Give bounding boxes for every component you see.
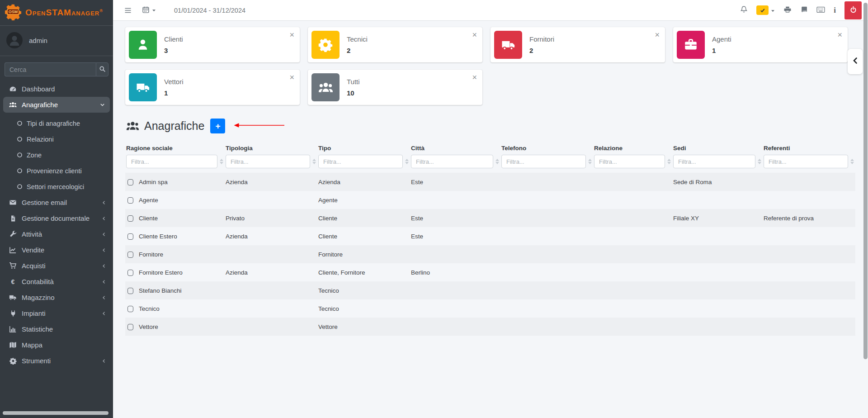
sidebar-item-provenienze-clienti[interactable]: Provenienze clienti xyxy=(0,163,113,179)
sidebar-item-attivita[interactable]: Attività xyxy=(0,226,113,242)
close-icon[interactable]: × xyxy=(472,31,477,39)
table-row[interactable]: Vettore Vettore xyxy=(125,318,855,336)
sidebar-item-statistiche[interactable]: Statistiche xyxy=(0,321,113,337)
cell-tipologia xyxy=(225,318,317,336)
filter-input-ragione-sociale[interactable] xyxy=(126,155,217,168)
table-row[interactable]: Stefano Bianchi Tecnico xyxy=(125,281,855,299)
stat-card-clienti[interactable]: Clienti3 × xyxy=(125,27,300,62)
row-checkbox[interactable] xyxy=(127,197,133,204)
sort-icon[interactable] xyxy=(405,159,409,164)
filter-input-tipo[interactable] xyxy=(318,155,403,168)
filter-input-sedi[interactable] xyxy=(673,155,755,168)
user-name[interactable]: admin xyxy=(29,37,47,44)
sidebar-item-dashboard[interactable]: Dashboard xyxy=(0,81,113,97)
sidebar-horizontal-scrollbar[interactable] xyxy=(3,411,108,415)
sidebar-item-contabilita[interactable]: € Contabilità xyxy=(0,274,113,290)
sidebar-item-relazioni[interactable]: Relazioni xyxy=(0,131,113,147)
power-icon xyxy=(849,6,857,15)
cell-ragione-sociale: Fornitore Estero xyxy=(138,263,225,281)
widgets-collapse-handle[interactable] xyxy=(848,49,863,74)
table-row[interactable]: Admin spa Azienda Azienda Este Sede di R… xyxy=(125,173,855,191)
sidebar-item-mappa[interactable]: Mappa xyxy=(0,337,113,353)
cell-relazione xyxy=(593,263,672,281)
sidebar-item-vendite[interactable]: Vendite xyxy=(0,242,113,258)
tachometer-icon xyxy=(9,85,17,93)
chart-line-icon xyxy=(9,246,17,254)
notifications-bell-button[interactable] xyxy=(740,5,748,15)
table-row[interactable]: Cliente Privato Cliente Este Filiale XY … xyxy=(125,209,855,227)
stat-card-fornitori[interactable]: Fornitori2 × xyxy=(491,27,665,62)
docs-book-button[interactable] xyxy=(800,6,808,15)
table-row[interactable]: Tecnico Tecnico xyxy=(125,299,855,318)
sort-icon[interactable] xyxy=(495,159,499,164)
sort-icon[interactable] xyxy=(667,159,671,164)
sidebar-item-settori-merceologici[interactable]: Settori merceologici xyxy=(0,179,113,195)
sidebar-item-magazzino[interactable]: Magazzino xyxy=(0,290,113,305)
sidebar-item-impianti[interactable]: Impianti xyxy=(0,305,113,321)
close-icon[interactable]: × xyxy=(289,31,294,39)
table-row[interactable]: Cliente Estero Azienda Cliente Este xyxy=(125,227,855,245)
page-vertical-scrollbar[interactable] xyxy=(863,3,868,359)
row-checkbox[interactable] xyxy=(127,270,133,276)
row-checkbox[interactable] xyxy=(127,179,133,185)
sidebar-item-tipi-di-anagrafiche[interactable]: Tipi di anagrafiche xyxy=(0,115,113,131)
cell-telefono xyxy=(500,263,593,281)
close-icon[interactable]: × xyxy=(472,73,477,81)
status-check-dropdown[interactable] xyxy=(756,5,775,15)
search-button[interactable] xyxy=(96,62,108,76)
table-row[interactable]: Fornitore Fornitore xyxy=(125,245,855,263)
row-checkbox[interactable] xyxy=(127,215,133,222)
row-checkbox[interactable] xyxy=(127,233,133,240)
sidebar-item-zone[interactable]: Zone xyxy=(0,147,113,163)
sort-icon[interactable] xyxy=(588,159,592,164)
stat-card-agenti[interactable]: Agenti1 × xyxy=(673,27,848,62)
row-checkbox[interactable] xyxy=(127,252,133,258)
sidebar-item-strumenti[interactable]: Strumenti xyxy=(0,353,113,369)
caret-down-icon xyxy=(152,7,156,14)
cell-citta: Berlino xyxy=(410,263,500,281)
stat-card-vettori[interactable]: Vettori1 × xyxy=(125,70,300,105)
close-icon[interactable]: × xyxy=(837,31,842,39)
cell-citta xyxy=(410,245,500,263)
filter-input-tipologia[interactable] xyxy=(226,155,310,168)
close-icon[interactable]: × xyxy=(289,73,294,81)
close-icon[interactable]: × xyxy=(655,31,660,39)
avatar[interactable] xyxy=(6,32,23,48)
cell-relazione xyxy=(593,227,672,245)
sidebar-item-acquisti[interactable]: Acquisti xyxy=(0,258,113,274)
sort-icon[interactable] xyxy=(850,159,854,164)
search-input[interactable] xyxy=(5,62,96,76)
filter-input-referenti[interactable] xyxy=(764,155,848,168)
filter-input-telefono[interactable] xyxy=(501,155,586,168)
logout-power-button[interactable] xyxy=(844,1,862,19)
table-row[interactable]: Agente Agente xyxy=(125,191,855,209)
stat-card-tecnici[interactable]: Tecnici2 × xyxy=(308,27,482,62)
filter-input-citta[interactable] xyxy=(411,155,493,168)
print-button[interactable] xyxy=(783,6,792,15)
sort-icon[interactable] xyxy=(220,159,223,164)
sort-icon[interactable] xyxy=(758,159,761,164)
keyboard-shortcuts-button[interactable] xyxy=(816,6,825,15)
sidebar-item-anagrafiche[interactable]: Anagrafiche xyxy=(3,97,110,113)
add-record-button[interactable]: + xyxy=(210,119,225,133)
page-title: Anagrafiche xyxy=(144,119,204,133)
row-checkbox[interactable] xyxy=(127,324,133,330)
calendar-button[interactable] xyxy=(142,6,156,15)
plug-icon xyxy=(9,309,17,317)
cell-sedi: Filiale XY xyxy=(672,209,763,227)
date-range[interactable]: 01/01/2024 - 31/12/2024 xyxy=(174,7,245,14)
info-button[interactable]: i xyxy=(834,6,836,15)
column-header-relazione: Relazione xyxy=(593,145,672,173)
row-checkbox[interactable] xyxy=(127,306,133,312)
chevron-left-icon xyxy=(101,311,107,316)
cell-citta: Este xyxy=(410,227,500,245)
app-logo[interactable]: OSM OpenSTAManager® xyxy=(0,0,113,26)
stat-card-tutti[interactable]: Tutti10 × xyxy=(308,70,482,105)
sidebar-item-gestione-documentale[interactable]: Gestione documentale xyxy=(0,210,113,226)
sort-icon[interactable] xyxy=(312,159,316,164)
row-checkbox[interactable] xyxy=(127,288,133,294)
sidebar-item-gestione-email[interactable]: Gestione email xyxy=(0,195,113,210)
filter-input-relazione[interactable] xyxy=(594,155,665,168)
hamburger-menu-button[interactable] xyxy=(124,7,132,14)
table-row[interactable]: Fornitore Estero Azienda Cliente, Fornit… xyxy=(125,263,855,281)
